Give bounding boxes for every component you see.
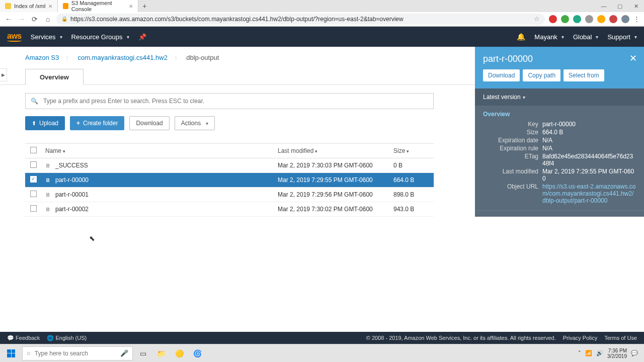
value-key: part-r-00000	[542, 121, 636, 128]
reload-button[interactable]: ⟳	[30, 15, 39, 24]
support-menu[interactable]: Support	[607, 33, 637, 41]
object-size: 898.0 B	[393, 191, 429, 198]
region-menu[interactable]: Global	[573, 33, 599, 41]
table-row[interactable]: _SUCCESS Mar 2, 2019 7:30:03 PM GMT-0600…	[25, 158, 434, 173]
close-panel-button[interactable]: ✕	[629, 53, 637, 64]
col-name[interactable]: Name	[45, 147, 278, 154]
row-checkbox[interactable]	[30, 191, 37, 197]
table-row[interactable]: part-r-00000 Mar 2, 2019 7:29:55 PM GMT-…	[25, 173, 434, 188]
close-tab-icon[interactable]: ✕	[48, 4, 52, 9]
tab-bar: Index of /xml ✕ S3 Management Console ✕ …	[0, 0, 644, 12]
resource-groups-menu[interactable]: Resource Groups	[71, 33, 129, 41]
extensions-row: ⋮	[549, 15, 640, 23]
upload-button[interactable]: Upload	[25, 116, 65, 130]
lock-icon: 🔒	[61, 16, 67, 22]
ext-icon[interactable]	[549, 15, 557, 23]
account-menu[interactable]: Mayank	[534, 33, 564, 41]
ext-icon[interactable]	[609, 15, 617, 23]
content-region: ▶ Amazon S3 〉 com.mayankrastogi.cs441.hw…	[0, 47, 644, 217]
object-table: Name Last modified Size _SUCCESS Mar 2, …	[25, 143, 434, 217]
maximize-button[interactable]: ▢	[612, 3, 628, 10]
new-tab-button[interactable]: +	[138, 2, 150, 10]
search-icon: 🔍	[31, 98, 38, 105]
url-box[interactable]: 🔒 ☆	[56, 14, 545, 25]
browser-chrome: Index of /xml ✕ S3 Management Console ✕ …	[0, 0, 644, 27]
object-size: 0 B	[393, 162, 429, 169]
actions-menu-button[interactable]: Actions	[175, 116, 215, 130]
object-modified: Mar 2, 2019 7:29:56 PM GMT-0600	[278, 191, 393, 198]
row-checkbox[interactable]	[30, 161, 37, 168]
back-button[interactable]: ←	[4, 15, 13, 24]
download-button[interactable]: Download	[129, 116, 169, 130]
aws-logo[interactable]: aws	[7, 32, 22, 42]
value-url[interactable]: https://s3.us-east-2.amazonaws.com/com.m…	[542, 183, 636, 204]
aws-header: aws Services Resource Groups 📌 🔔 Mayank …	[0, 27, 644, 47]
object-detail-panel: ✕ part-r-00000 Download Copy path Select…	[475, 47, 644, 217]
object-modified: Mar 2, 2019 7:29:55 PM GMT-0600	[278, 176, 393, 184]
close-tab-icon[interactable]: ✕	[129, 4, 133, 9]
ext-icon[interactable]	[597, 15, 605, 23]
create-folder-button[interactable]: Create folder	[70, 116, 124, 130]
close-window-button[interactable]: ✕	[628, 3, 644, 10]
create-folder-label: Create folder	[83, 120, 118, 127]
file-icon	[45, 176, 52, 184]
table-row[interactable]: part-r-00002 Mar 2, 2019 7:30:02 PM GMT-…	[25, 202, 434, 217]
ext-icon[interactable]	[561, 15, 569, 23]
search-input[interactable]	[43, 98, 428, 105]
label-modified: Last modified	[483, 168, 542, 182]
col-size[interactable]: Size	[393, 147, 429, 154]
chevron-right-icon: 〉	[66, 55, 71, 61]
detail-overview-section: Overview Keypart-r-00000 Size664.0 B Exp…	[475, 106, 644, 211]
col-modified[interactable]: Last modified	[278, 147, 393, 154]
label-size: Size	[483, 129, 542, 136]
copy-path-button[interactable]: Copy path	[523, 69, 560, 81]
breadcrumb-current: dblp-output	[186, 54, 219, 61]
upload-label: Upload	[39, 120, 58, 127]
browser-tab-2[interactable]: S3 Management Console ✕	[58, 0, 138, 12]
action-row: Upload Create folder Download Actions	[25, 116, 434, 130]
version-selector[interactable]: Latest version	[475, 88, 644, 106]
file-icon	[45, 162, 52, 169]
home-button[interactable]: ⌂	[43, 15, 52, 24]
bell-icon[interactable]: 🔔	[517, 33, 525, 41]
row-checkbox[interactable]	[30, 176, 37, 183]
url-input[interactable]	[70, 16, 531, 23]
value-modified: Mar 2, 2019 7:29:55 PM GMT-0600	[542, 168, 636, 182]
menu-icon[interactable]: ⋮	[633, 15, 640, 23]
tab-overview[interactable]: Overview	[25, 69, 84, 85]
section-title: Properties	[483, 216, 636, 217]
breadcrumb-root[interactable]: Amazon S3	[25, 54, 59, 61]
pin-icon[interactable]: 📌	[138, 33, 146, 41]
select-from-button[interactable]: Select from	[564, 69, 604, 81]
select-all-checkbox[interactable]	[30, 147, 37, 153]
object-name: part-r-00002	[55, 206, 89, 213]
detail-header: ✕ part-r-00000 Download Copy path Select…	[475, 47, 644, 88]
label-exp-rule: Expiration rule	[483, 145, 542, 152]
section-title: Overview	[483, 111, 636, 118]
profile-avatar[interactable]	[621, 15, 629, 23]
expand-handle[interactable]: ▶	[0, 68, 7, 81]
minimize-button[interactable]: —	[596, 3, 612, 10]
ext-icon[interactable]	[585, 15, 593, 23]
main-panel: 🔍 Upload Create folder Download Actions …	[0, 85, 459, 217]
favicon-1	[5, 3, 11, 9]
object-name: part-r-00000	[55, 176, 89, 184]
prefix-search[interactable]: 🔍	[25, 93, 434, 109]
label-exp-date: Expiration date	[483, 137, 542, 144]
object-modified: Mar 2, 2019 7:30:03 PM GMT-0600	[278, 162, 393, 169]
table-row[interactable]: part-r-00001 Mar 2, 2019 7:29:56 PM GMT-…	[25, 188, 434, 202]
breadcrumb-bucket[interactable]: com.mayankrastogi.cs441.hw2	[77, 54, 167, 61]
object-name: part-r-00001	[55, 191, 89, 198]
detail-properties-section: Properties Storage classStandard Encrypt…	[475, 211, 644, 217]
ext-icon[interactable]	[573, 15, 581, 23]
chevron-right-icon: 〉	[175, 55, 180, 61]
star-icon[interactable]: ☆	[534, 15, 540, 23]
label-etag: ETag	[483, 153, 542, 167]
forward-button[interactable]: →	[17, 15, 26, 24]
row-checkbox[interactable]	[30, 205, 37, 212]
plus-icon	[76, 120, 80, 127]
detail-download-button[interactable]: Download	[483, 69, 520, 81]
tab-title-1: Index of /xml	[14, 3, 45, 9]
browser-tab-1[interactable]: Index of /xml ✕	[0, 0, 58, 12]
services-menu[interactable]: Services	[31, 33, 62, 41]
